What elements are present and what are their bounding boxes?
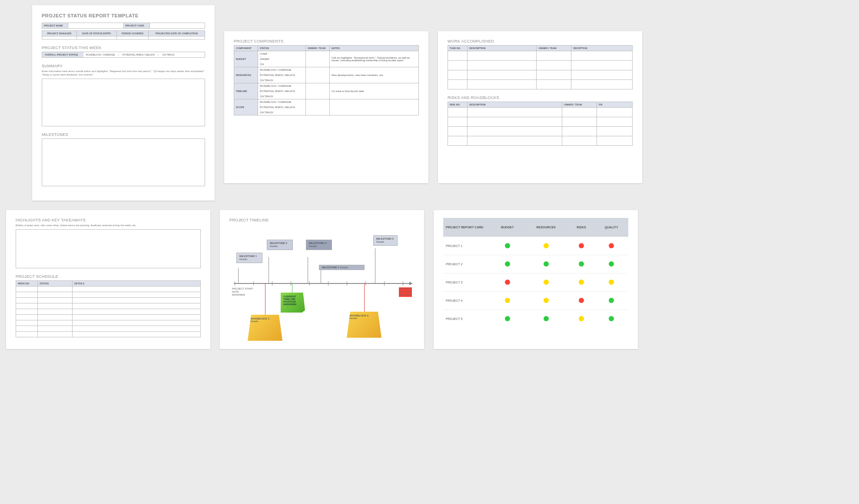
cell[interactable]	[73, 297, 201, 303]
current-position-note[interactable]: CURRENTTIMELINEPOSITION00/00/0000	[281, 293, 305, 313]
cell[interactable]	[73, 320, 201, 326]
cell-status[interactable]: ROADBLOCK / OVERAGE - POTENTIAL RISKS / …	[258, 67, 306, 83]
cell-status[interactable]: ROADBLOCK / OVERAGE - POTENTIAL RISKS / …	[258, 99, 306, 115]
cell[interactable]	[562, 127, 597, 136]
cell[interactable]	[16, 309, 38, 314]
cell[interactable]	[38, 297, 73, 303]
cell[interactable]	[597, 117, 632, 127]
cell[interactable]	[571, 70, 633, 80]
milestone-card[interactable]: MILESTONE 3Details	[306, 240, 332, 250]
th: OWNER / TEAM	[537, 46, 571, 51]
status-dot-icon	[505, 298, 510, 303]
page-report-card: PROJECT REPORT CARD BUDGET RESOURCES RIS…	[434, 210, 638, 349]
status-option[interactable]: ROADBLOCK / OVERAGE	[83, 52, 117, 57]
cell[interactable]	[468, 70, 537, 80]
cell[interactable]	[468, 117, 562, 127]
cell[interactable]	[73, 292, 201, 297]
cell[interactable]	[571, 80, 633, 89]
cell-notes[interactable]	[330, 99, 419, 115]
cell[interactable]	[38, 314, 73, 320]
cell-project-code[interactable]	[149, 23, 205, 29]
status-option[interactable]: ON TRACK	[159, 52, 177, 57]
cell-owner[interactable]	[306, 99, 330, 115]
cell[interactable]	[468, 80, 537, 89]
cell[interactable]	[448, 108, 468, 117]
cell[interactable]	[597, 136, 632, 146]
cell[interactable]	[73, 309, 201, 314]
cell[interactable]	[148, 36, 205, 40]
milestone-card[interactable]: MILESTONE 5Details	[373, 235, 398, 246]
cell[interactable]	[537, 61, 571, 70]
cell[interactable]	[16, 326, 38, 331]
cell[interactable]	[571, 51, 633, 61]
milestone-card: MILESTONE 2Details	[267, 240, 293, 250]
cell-owner[interactable]	[306, 83, 330, 99]
cell[interactable]	[73, 286, 201, 292]
cell[interactable]	[468, 127, 562, 136]
cell-project-name[interactable]	[68, 23, 124, 29]
cell-status	[491, 310, 524, 328]
cell[interactable]	[16, 314, 38, 320]
cell[interactable]	[73, 303, 201, 309]
cell[interactable]	[597, 108, 632, 117]
cell[interactable]	[468, 51, 537, 61]
cell[interactable]	[562, 136, 597, 146]
cell-notes[interactable]: New developments, new team members, etc.	[330, 67, 419, 83]
cell[interactable]	[537, 51, 571, 61]
cell[interactable]	[38, 326, 73, 331]
cell-notes[interactable]: Call out highlights: "Exceptional work."…	[330, 51, 419, 67]
th: DESCRIPTION	[468, 102, 562, 108]
cell[interactable]	[117, 36, 148, 40]
cell-status	[594, 273, 628, 292]
milestones-box[interactable]	[42, 138, 205, 186]
cell[interactable]	[448, 80, 468, 89]
cell[interactable]	[448, 136, 468, 146]
cell[interactable]	[16, 286, 38, 292]
summary-box[interactable]	[42, 79, 205, 126]
highlights-box[interactable]	[16, 229, 201, 268]
status-option[interactable]: POTENTIAL RISKS / DELAYS	[120, 52, 157, 57]
cell[interactable]	[448, 51, 468, 61]
cell[interactable]	[16, 331, 38, 337]
cell[interactable]	[73, 314, 201, 320]
roadblock-note[interactable]: ROADBLOCK 2Details	[347, 312, 381, 338]
cell[interactable]	[16, 297, 38, 303]
milestone-card[interactable]: MILESTONE 4 Details	[319, 265, 365, 270]
cell[interactable]	[38, 320, 73, 326]
cell[interactable]	[448, 70, 468, 80]
cell[interactable]	[73, 331, 201, 337]
cell-owner[interactable]	[306, 67, 330, 83]
cell[interactable]	[38, 331, 73, 337]
cell[interactable]	[76, 36, 117, 40]
cell[interactable]	[38, 309, 73, 314]
cell[interactable]	[42, 36, 77, 40]
cell-status	[594, 255, 628, 273]
cell[interactable]	[468, 61, 537, 70]
cell-status	[594, 237, 628, 255]
cell[interactable]	[448, 127, 468, 136]
cell[interactable]	[448, 117, 468, 127]
cell-owner[interactable]	[306, 51, 330, 67]
cell[interactable]	[562, 117, 597, 127]
cell[interactable]	[16, 292, 38, 297]
cell[interactable]	[468, 136, 562, 146]
cell[interactable]	[16, 303, 38, 309]
cell[interactable]	[468, 108, 562, 117]
cell[interactable]	[562, 108, 597, 117]
cell[interactable]	[597, 127, 632, 136]
cell[interactable]	[73, 326, 201, 331]
cell[interactable]	[537, 80, 571, 89]
cell[interactable]	[537, 70, 571, 80]
cell[interactable]	[38, 286, 73, 292]
cell[interactable]	[38, 303, 73, 309]
cell-notes[interactable]: On track to final launch date	[330, 83, 419, 99]
cell-status[interactable]: OVER - UNDER - ON	[258, 51, 306, 67]
cell[interactable]	[571, 61, 633, 70]
milestone-card[interactable]: MILESTONE 1Details	[236, 253, 262, 263]
status-dot-icon	[544, 261, 549, 267]
cell[interactable]	[448, 61, 468, 70]
cell[interactable]	[16, 320, 38, 326]
cell[interactable]	[38, 292, 73, 297]
cell-status[interactable]: ROADBLOCK / OVERAGE - POTENTIAL RISKS / …	[258, 83, 306, 99]
roadblock-note[interactable]: ROADBLOCK 1Details	[248, 315, 282, 341]
